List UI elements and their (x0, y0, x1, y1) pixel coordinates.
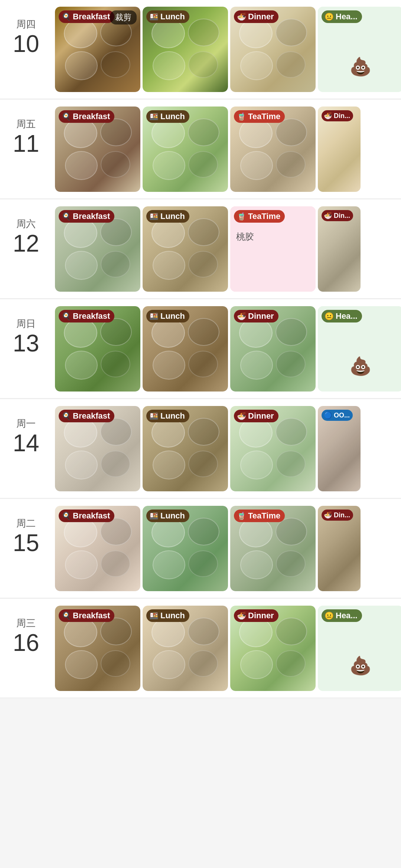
meal-tag-label: Din... (334, 112, 350, 120)
meal-label: Lunch (160, 611, 185, 620)
health-icon: 😐 (325, 12, 334, 21)
meal-label: TeaTime (248, 112, 280, 121)
meal-tag: 🧋 TeaTime (234, 210, 285, 223)
meal-card-breakfast[interactable]: 🍳 Breakfast (55, 306, 140, 392)
meal-icon: 🍱 (149, 112, 159, 121)
meal-card-health[interactable]: 😐 Hea... 💩 (318, 606, 401, 691)
meal-card-teatime[interactable]: 🧋 TeaTime (230, 506, 316, 591)
crop-tag[interactable]: 裁剪 (110, 10, 137, 24)
meal-tag: 🍳 Breakfast (59, 310, 114, 322)
meal-tag-label: Din... (334, 212, 350, 220)
day-week: 周四 (16, 18, 36, 31)
health-emoji: 💩 (349, 56, 372, 77)
meal-card-breakfast[interactable]: 🍳 Breakfast (55, 506, 140, 591)
health-icon: 😐 (325, 312, 334, 321)
meal-tag: 🍳 Breakfast (59, 609, 114, 622)
meal-card-health[interactable]: 😐 Hea... 💩 (318, 7, 401, 92)
day-week: 周一 (16, 417, 36, 430)
meal-card-teatime[interactable]: 🧋 TeaTime (230, 107, 316, 192)
meal-tag: 🍳 Breakfast (59, 210, 114, 223)
health-emoji: 💩 (349, 356, 372, 377)
meal-tag-icon: 🍜 (324, 511, 332, 519)
day-row-11: 周五 11 🍳 Breakfast (0, 100, 401, 199)
meal-label: Lunch (160, 12, 185, 22)
meal-tag: 🍱 Lunch (146, 10, 189, 23)
meal-card-dinner[interactable]: 🍜 Dinner (230, 606, 316, 691)
teatime-icon: 🧋 (237, 212, 246, 221)
meal-card-breakfast[interactable]: 🍳 Breakfast (55, 606, 140, 691)
meal-label: TeaTime (248, 511, 280, 521)
other-icon: 🔵 (324, 411, 332, 419)
meal-label: Dinner (248, 311, 274, 321)
meal-card-partial-dinner[interactable]: 🍜 Din... (318, 206, 361, 292)
meal-card-breakfast[interactable]: 🍳 Breakfast (55, 206, 140, 292)
health-emoji: 💩 (349, 655, 372, 676)
day-number: 10 (13, 31, 39, 57)
meal-card-lunch[interactable]: 🍱 Lunch (143, 107, 228, 192)
meal-card-breakfast[interactable]: 🍳 Breakfast (55, 107, 140, 192)
meals-container: 🍳 Breakfast (52, 606, 401, 691)
meal-tag: 🍱 Lunch (146, 210, 189, 223)
meal-icon: 🧋 (237, 511, 246, 520)
meal-tag: 🍳 Breakfast (59, 110, 114, 123)
day-label: 周五 11 (0, 107, 52, 157)
meal-card-dinner[interactable]: 🍜 Dinner (230, 306, 316, 392)
meal-card-partial-dinner[interactable]: 🍜 Din... (318, 506, 361, 591)
meal-label: Breakfast (73, 212, 110, 221)
meal-icon: 🍱 (149, 312, 159, 321)
meal-card-partial-dinner[interactable]: 🍜 Din... (318, 107, 361, 192)
day-label: 周日 13 (0, 306, 52, 356)
meal-card-lunch[interactable]: 🍱 Lunch (143, 7, 228, 92)
meal-card-teatime[interactable]: 🧋 TeaTime 桃胶 (230, 206, 316, 292)
day-number: 13 (13, 330, 39, 356)
meal-icon: 🍱 (149, 212, 159, 221)
meal-tag: 🍱 Lunch (146, 510, 189, 522)
meal-label: Lunch (160, 411, 185, 421)
meal-tag: 😐 Hea... (322, 310, 362, 322)
meal-label: Breakfast (73, 112, 110, 121)
meal-icon: 🍱 (149, 511, 159, 520)
meal-tag: 😐 Hea... (322, 609, 362, 622)
other-label: OO... (334, 412, 350, 419)
meal-card-dinner[interactable]: 🍜 Dinner (230, 7, 316, 92)
meal-card-partial-other[interactable]: 🔵 OO... (318, 406, 361, 491)
meal-card-lunch[interactable]: 🍱 Lunch (143, 506, 228, 591)
day-label: 周六 12 (0, 206, 52, 256)
meal-card-breakfast[interactable]: 🍳 Breakfast (55, 406, 140, 491)
day-row-14: 周一 14 🍳 Breakfast (0, 399, 401, 498)
meal-tag: 🧋 TeaTime (234, 110, 285, 123)
meal-label: Dinner (248, 611, 274, 620)
meal-card-breakfast[interactable]: 🍳 Breakfast 裁剪 (55, 7, 140, 92)
day-week: 周五 (16, 118, 36, 131)
meal-tag: 🍳 Breakfast (59, 410, 114, 422)
meal-card-lunch[interactable]: 🍱 Lunch (143, 306, 228, 392)
meals-container: 🍳 Breakfast 裁剪 (52, 7, 401, 92)
day-row-12: 周六 12 🍳 Breakfast (0, 200, 401, 299)
meal-tag-label: Din... (334, 511, 350, 519)
meal-label: Breakfast (73, 311, 110, 321)
meal-label: Lunch (160, 311, 185, 321)
meal-card-lunch[interactable]: 🍱 Lunch (143, 606, 228, 691)
meal-tag: 🍜 Dinner (234, 10, 278, 23)
meal-icon: 🍳 (62, 412, 71, 420)
meal-label: Dinner (248, 411, 274, 421)
day-row-10: 周四 10 🍳 Breakfast 裁 (0, 0, 401, 99)
meal-icon: 🍜 (237, 611, 246, 620)
meal-icon: 🧋 (237, 112, 246, 121)
meal-card-lunch[interactable]: 🍱 Lunch (143, 206, 228, 292)
health-icon: 😐 (325, 611, 334, 620)
day-number: 15 (13, 530, 39, 556)
meal-card-dinner[interactable]: 🍜 Dinner (230, 406, 316, 491)
meal-tag: 🍜 Dinner (234, 609, 278, 622)
meals-container: 🍳 Breakfast (52, 306, 401, 392)
meal-icon: 🍳 (62, 112, 71, 121)
meal-card-health[interactable]: 😐 Hea... 💩 (318, 306, 401, 392)
teatime-text: 桃胶 (236, 231, 254, 243)
meal-tag-icon: 🍜 (324, 112, 332, 120)
meal-icon: 🍳 (62, 12, 71, 21)
meals-container: 🍳 Breakfast (52, 506, 363, 591)
day-row-15: 周二 15 🍳 Breakfast (0, 499, 401, 598)
meal-card-lunch[interactable]: 🍱 Lunch (143, 406, 228, 491)
meals-container: 🍳 Breakfast (52, 406, 363, 491)
day-week: 周日 (16, 317, 36, 330)
